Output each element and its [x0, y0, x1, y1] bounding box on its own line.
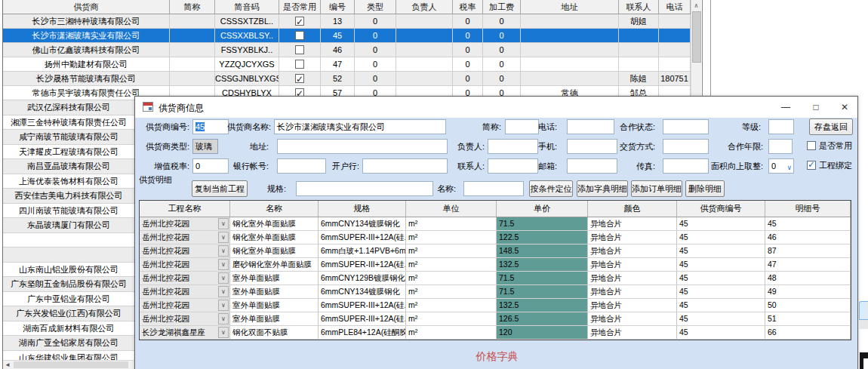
save-return-button[interactable]: 存盘返回 [809, 118, 853, 135]
detail-row[interactable]: 岳州北控花园∨ 钢化室外单面贴膜 6mm白玻+1.14PVB+6mm.. m² … [140, 244, 851, 258]
supplier-no-cell[interactable]: 45 [677, 285, 765, 298]
delete-detail-button[interactable]: 删除明细 [685, 180, 725, 197]
color-cell[interactable]: 异地合片 [588, 299, 677, 312]
common-use-checkbox[interactable] [295, 60, 304, 69]
list-item[interactable]: 广东中亚铝业有限公司 [3, 292, 134, 307]
detail-row[interactable]: 岳州北控花园∨ 室外单面贴膜 6mmSUPER-III+12A(硅.. m² 1… [140, 299, 851, 312]
column-header[interactable]: 简称 [170, 0, 215, 14]
add-dict-detail-button[interactable]: 添加字典明细 [577, 180, 628, 197]
vat-rate-input[interactable]: 0 [192, 158, 229, 174]
supplier-no-cell[interactable]: 45 [677, 312, 765, 325]
unit-price-cell[interactable]: 71.5 [497, 272, 588, 284]
project-bind-checkbox[interactable]: 工程绑定 [807, 160, 852, 172]
column-header[interactable]: 联系人 [619, 0, 659, 14]
project-cell[interactable]: 岳州北控花园∨ [140, 244, 230, 257]
spec-cell[interactable]: 6mmCNY129B镀膜钢化 [319, 272, 406, 284]
table-row[interactable]: 佛山市亿鑫玻璃科技有限公司 FSSYXBLKJ.. 46 0 0 0 [3, 43, 691, 57]
unit-cell[interactable]: m² [406, 326, 497, 339]
list-item[interactable]: 武汉亿深科技有限公司 [3, 100, 134, 115]
column-header[interactable]: 地址 [521, 0, 619, 14]
item-name-cell[interactable]: 钢化室外单面贴膜 [230, 244, 319, 257]
combo-dropdown-icon[interactable]: ∨ [218, 218, 229, 229]
supplier-no-cell[interactable]: 45 [677, 272, 765, 284]
item-name-cell[interactable]: 室外单面贴膜 [230, 285, 319, 298]
spec-cell[interactable]: 6mmCNY134镀膜钢化 [319, 217, 406, 230]
maximize-button[interactable]: □ [804, 97, 828, 118]
dialog-titlebar[interactable]: 供货商信息 — □ ✕ [135, 97, 857, 118]
supplier-name-input[interactable]: 长沙市潇湘玻璃实业有限公司 [274, 119, 446, 134]
column-header[interactable]: 加工费 [483, 0, 521, 14]
column-header[interactable]: 单位 [406, 201, 497, 217]
unit-cell[interactable]: m² [406, 258, 497, 271]
unit-price-cell[interactable]: 122.5 [497, 231, 588, 244]
detail-row[interactable]: 岳州北控花园∨ 室外单面贴膜 6mmCNY134镀膜钢化 m² 71.5 异地合… [140, 285, 851, 299]
coop-status-input[interactable] [663, 119, 709, 134]
detail-no-cell[interactable]: 45 [765, 217, 851, 230]
table-row[interactable]: 长沙市三湘特种玻璃有限公司 CSSSXTZBL.. 13 0 0 0 胡姐 [3, 14, 691, 29]
phone-input[interactable] [567, 119, 614, 134]
table-row[interactable]: 扬州中勤建材有限公司 YZZQJCYXGS 47 0 0 0 [3, 57, 691, 72]
scrollbar-thumb[interactable] [692, 11, 701, 63]
name-input[interactable] [463, 181, 524, 196]
list-item[interactable] [3, 248, 134, 263]
address-input[interactable] [277, 139, 448, 154]
bank-account-input[interactable] [277, 158, 326, 174]
unit-price-cell[interactable]: 132.5 [497, 258, 588, 271]
item-name-cell[interactable]: 钢化双面不贴膜 [230, 326, 319, 339]
project-cell[interactable]: 岳州北控花园∨ [140, 272, 230, 284]
scrollbar-thumb[interactable] [14, 361, 128, 368]
detail-no-cell[interactable]: 46 [765, 231, 851, 244]
column-header[interactable]: 明细号 [765, 201, 851, 217]
bank-branch-input[interactable] [362, 158, 448, 174]
color-cell[interactable]: 异地合片 [588, 244, 677, 257]
list-item[interactable]: 南昌亚晶玻璃有限公司 [3, 159, 134, 174]
supplier-no-cell[interactable]: 45 [677, 231, 765, 244]
list-item[interactable]: 广东坚朗五金制品股份有限公司 [3, 277, 134, 292]
spec-cell[interactable]: 6mmCNY134镀膜钢化 [319, 285, 406, 298]
column-header[interactable]: 供货商编号 [677, 201, 765, 217]
common-use-checkbox[interactable] [295, 74, 304, 83]
project-cell[interactable]: 岳州北控花园∨ [140, 231, 230, 244]
color-cell[interactable]: 异地合片 [588, 285, 677, 298]
unit-cell[interactable]: m² [406, 285, 497, 298]
column-header[interactable]: 编号 [321, 0, 355, 14]
grade-input[interactable] [768, 119, 794, 134]
unit-cell[interactable]: m² [406, 299, 497, 312]
column-header[interactable]: 名称 [230, 201, 319, 217]
common-use-checkbox[interactable]: 是否常用 [807, 140, 852, 152]
combo-dropdown-icon[interactable]: ∨ [218, 313, 229, 324]
column-header[interactable]: 类型 [355, 0, 396, 14]
detail-no-cell[interactable]: 50 [765, 299, 851, 312]
color-cell[interactable]: 异地合片 [588, 326, 677, 339]
list-item[interactable]: 湖南百成新材料有限公司 [3, 321, 134, 337]
detail-row[interactable]: 长沙龙湖祺鑫星座∨ 钢化双面不贴膜 6mmPLE84+12A(硅酮胶.. m² … [140, 326, 851, 340]
supplier-no-cell[interactable]: 45 [677, 217, 765, 230]
item-name-cell[interactable]: 室外单面贴膜 [230, 299, 319, 312]
item-name-cell[interactable]: 室外单面贴膜 [230, 272, 319, 284]
column-header[interactable]: 单价 [497, 201, 588, 217]
unit-cell[interactable]: m² [406, 217, 497, 230]
spec-input[interactable] [296, 181, 433, 196]
unit-price-cell[interactable]: 148.5 [497, 244, 588, 257]
list-item[interactable]: 咸宁南玻节能玻璃有限公司 [3, 130, 134, 145]
project-cell[interactable]: 岳州北控花园∨ [140, 312, 230, 325]
unit-cell[interactable]: m² [406, 244, 497, 257]
project-cell[interactable]: 长沙龙湖祺鑫星座∨ [140, 326, 230, 339]
column-header[interactable]: 税率 [453, 0, 483, 14]
spec-cell[interactable]: 6mmPLE84+12A(硅酮胶.. [319, 326, 406, 339]
detail-row[interactable]: 岳州北控花园∨ 室外单面贴膜 6mmSUPER-III+12A(硅.. m² 1… [140, 312, 851, 326]
spec-cell[interactable]: 6mmSUPER-III+12A(硅.. [319, 258, 406, 271]
project-cell[interactable]: 岳州北控花园∨ [140, 299, 230, 312]
color-cell[interactable]: 异地合片 [588, 217, 677, 230]
column-header[interactable]: 负责人 [396, 0, 453, 14]
color-cell[interactable]: 异地合片 [588, 231, 677, 244]
column-header[interactable]: 电话 [659, 0, 691, 14]
unit-cell[interactable]: m² [406, 312, 497, 325]
column-header[interactable]: 工程名称 [140, 201, 230, 217]
combo-dropdown-icon[interactable]: ∨ [218, 232, 229, 243]
list-item[interactable]: 湘潭三金特种玻璃有限责任公司 [3, 115, 134, 131]
spec-cell[interactable]: 6mmSUPER-III+12A(硅.. [319, 231, 406, 244]
supplier-no-cell[interactable]: 45 [677, 244, 765, 257]
common-use-checkbox[interactable] [295, 45, 304, 54]
unit-cell[interactable]: m² [406, 231, 497, 244]
